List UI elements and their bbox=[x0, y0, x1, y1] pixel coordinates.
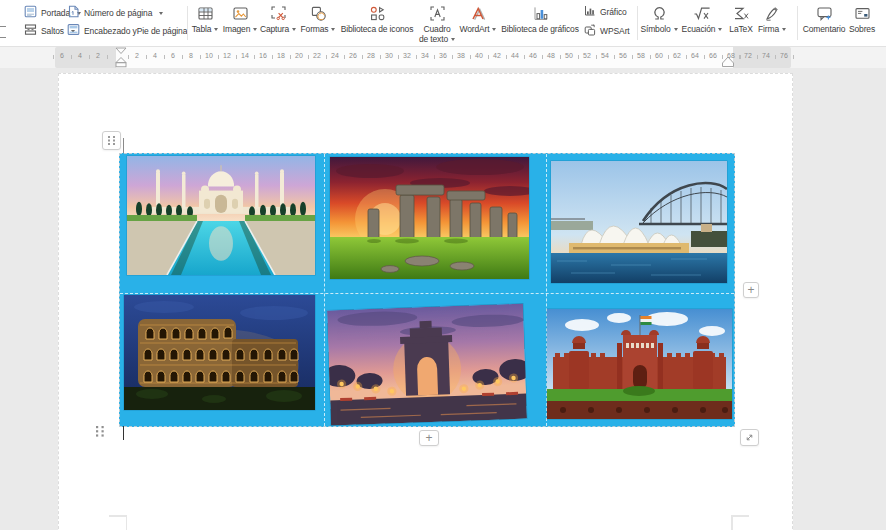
icon-library-icon bbox=[369, 4, 386, 22]
ruler-tick bbox=[254, 55, 255, 59]
ruler-number: 64 bbox=[691, 52, 699, 60]
image-icon bbox=[232, 4, 249, 22]
text-box-icon bbox=[429, 4, 446, 22]
table-icon bbox=[197, 4, 214, 22]
add-column-button[interactable]: + bbox=[743, 282, 759, 298]
page[interactable]: + + bbox=[58, 73, 793, 530]
ruler-number: 6 bbox=[60, 52, 64, 60]
ruler-number: 66 bbox=[709, 52, 717, 60]
photo-stonehenge[interactable] bbox=[330, 157, 529, 279]
ruler-number: 24 bbox=[331, 52, 339, 60]
equation-icon bbox=[693, 4, 711, 22]
margin-corner-mark bbox=[109, 515, 127, 517]
right-indent-marker[interactable] bbox=[721, 56, 735, 68]
photo-india-gate[interactable] bbox=[327, 304, 527, 426]
ruler-tick bbox=[739, 55, 740, 59]
ruler-tick bbox=[793, 55, 794, 59]
latex-icon bbox=[732, 4, 750, 22]
ruler-number: 4 bbox=[78, 52, 82, 60]
ruler-number: 56 bbox=[619, 52, 627, 60]
margin-corner-mark bbox=[126, 515, 128, 530]
photo-sydney-opera-house[interactable] bbox=[551, 161, 727, 283]
ruler-tick bbox=[308, 55, 309, 59]
photo-red-fort[interactable] bbox=[547, 309, 732, 419]
ruler-tick bbox=[560, 55, 561, 59]
ruler-number: 60 bbox=[655, 52, 663, 60]
chart-library-icon bbox=[532, 4, 549, 22]
signature-icon bbox=[764, 4, 781, 22]
ruler-number: 32 bbox=[403, 52, 411, 60]
ruler-tick bbox=[452, 55, 453, 59]
photo-colosseum[interactable] bbox=[124, 295, 315, 410]
ruler-tick bbox=[290, 55, 291, 59]
ruler-number: 74 bbox=[762, 52, 770, 60]
ruler-tick bbox=[775, 55, 776, 59]
ruler-tick bbox=[632, 55, 633, 59]
ruler-tick bbox=[164, 55, 165, 59]
shapes-button[interactable]: Formas bbox=[296, 4, 340, 34]
omega-icon bbox=[651, 4, 668, 22]
envelopes-button[interactable]: Sobres bbox=[842, 4, 882, 34]
ruler-number: 4 bbox=[153, 52, 157, 60]
ruler-number: 18 bbox=[277, 52, 285, 60]
ruler-tick bbox=[686, 55, 687, 59]
ruler-tick bbox=[53, 55, 54, 59]
ruler-number: 12 bbox=[223, 52, 231, 60]
ruler-number: 54 bbox=[601, 52, 609, 60]
ruler-tick bbox=[326, 55, 327, 59]
wordart-icon bbox=[470, 4, 487, 22]
ruler-tick bbox=[650, 55, 651, 59]
ruler-tick bbox=[668, 55, 669, 59]
wpsart-button[interactable]: WPSArt bbox=[584, 23, 630, 39]
ruler-tick bbox=[146, 55, 147, 59]
equation-button[interactable]: Ecuación bbox=[676, 4, 728, 34]
ruler-tick bbox=[398, 55, 399, 59]
comment-icon bbox=[816, 4, 833, 22]
ruler-number: 36 bbox=[439, 52, 447, 60]
ruler-tick bbox=[596, 55, 597, 59]
ruler-number: 38 bbox=[457, 52, 465, 60]
table-move-handle[interactable] bbox=[102, 131, 121, 150]
page-number-button[interactable]: Número de página bbox=[67, 5, 163, 21]
ruler-tick bbox=[757, 55, 758, 59]
chart-icon bbox=[584, 3, 596, 21]
signature-button[interactable]: Firma bbox=[752, 4, 792, 34]
photo-taj-mahal[interactable] bbox=[127, 156, 315, 275]
row-separator[interactable] bbox=[120, 293, 734, 294]
header-footer-button[interactable]: Encabezado yPie de página bbox=[67, 23, 187, 39]
ruler-tick bbox=[542, 55, 543, 59]
column-separator[interactable] bbox=[324, 154, 325, 426]
header-footer-icon bbox=[67, 22, 80, 40]
screenshot-button[interactable]: Captura bbox=[255, 4, 301, 34]
ruler-number: 14 bbox=[241, 52, 249, 60]
ruler-number: 16 bbox=[259, 52, 267, 60]
ruler-tick bbox=[470, 55, 471, 59]
chevron-down-icon bbox=[159, 12, 163, 15]
ruler-tick bbox=[380, 55, 381, 59]
ruler-number: 26 bbox=[349, 52, 357, 60]
add-row-button[interactable]: + bbox=[419, 430, 439, 446]
ruler-number: 8 bbox=[189, 52, 193, 60]
table-resize-handle[interactable] bbox=[740, 429, 759, 446]
margin-corner-mark bbox=[731, 515, 733, 530]
horizontal-ruler[interactable]: 6422468101214161820222426283032343638404… bbox=[0, 47, 886, 68]
photo-table[interactable] bbox=[119, 153, 735, 427]
paragraph-drag-handle[interactable] bbox=[95, 425, 105, 438]
ruler-number: 28 bbox=[367, 52, 375, 60]
chart-button[interactable]: Gráfico bbox=[584, 4, 627, 20]
ruler-tick bbox=[236, 55, 237, 59]
ruler-number: 44 bbox=[511, 52, 519, 60]
ruler-tick bbox=[416, 55, 417, 59]
ruler-number: 76 bbox=[780, 52, 788, 60]
ruler-tick bbox=[524, 55, 525, 59]
document-canvas[interactable]: + + bbox=[0, 68, 886, 530]
ruler-number: 34 bbox=[421, 52, 429, 60]
icon-library-button[interactable]: Biblioteca de iconos bbox=[335, 4, 419, 34]
ruler-number: 2 bbox=[135, 52, 139, 60]
chart-library-button[interactable]: Biblioteca de gráficos bbox=[494, 4, 586, 34]
chevron-down-icon bbox=[782, 28, 786, 31]
indent-markers[interactable] bbox=[113, 47, 129, 68]
ruler-number: 10 bbox=[205, 52, 213, 60]
ruler-tick bbox=[272, 55, 273, 59]
text-caret bbox=[123, 426, 124, 440]
